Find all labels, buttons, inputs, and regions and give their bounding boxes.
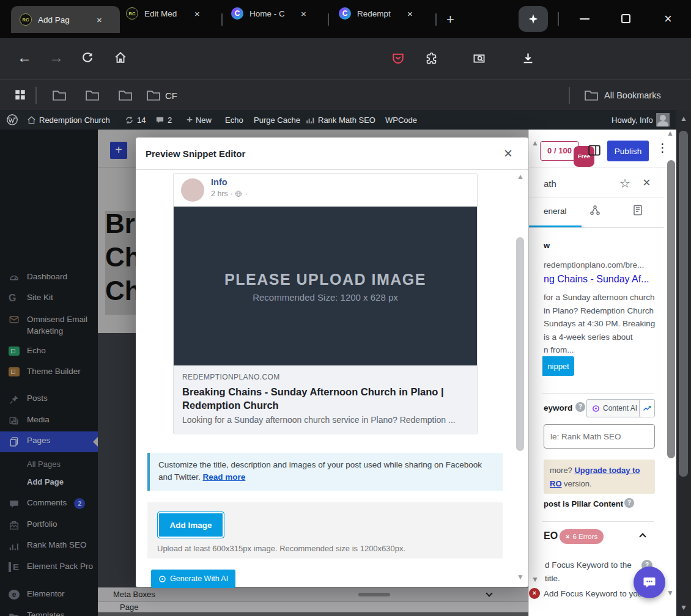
- sidebar-item-dashboard[interactable]: Dashboard: [0, 272, 98, 284]
- tab-close-icon[interactable]: ×: [301, 9, 306, 19]
- view-settings-icon[interactable]: [588, 144, 601, 157]
- minimize-button[interactable]: [580, 18, 589, 20]
- sidebar-item-portfolio[interactable]: Portfolio: [0, 519, 98, 531]
- sidebar-item-echo[interactable]: Echo: [0, 346, 98, 356]
- upgrade-link[interactable]: RO: [550, 479, 562, 488]
- seo-error-item: × Add Focus Keyword to your: [529, 588, 645, 599]
- purge-cache-menu[interactable]: Purge Cache: [254, 110, 300, 130]
- placeholder-subtitle: Recommended Size: 1200 x 628 px: [174, 292, 477, 302]
- help-icon[interactable]: ?: [624, 498, 634, 508]
- panel-star-icon[interactable]: ☆: [619, 176, 630, 191]
- collapse-chevron-icon[interactable]: [639, 533, 646, 540]
- add-image-button[interactable]: Add Image: [157, 512, 224, 538]
- modal-scroll-up-icon[interactable]: ▲: [517, 173, 524, 180]
- new-tab-button[interactable]: +: [446, 12, 454, 28]
- scroll-up-icon[interactable]: ▲: [531, 139, 539, 147]
- scrollbar-up-icon[interactable]: ▲: [680, 115, 687, 122]
- tab-edit-media[interactable]: RC Edit Med ×: [126, 7, 215, 20]
- options-kebab-icon[interactable]: ⋮: [657, 141, 668, 155]
- meta-boxes-bar[interactable]: Meta Boxes: [98, 587, 528, 601]
- tab-close-icon[interactable]: ×: [194, 9, 200, 19]
- seo-score-chip[interactable]: 0 / 100 Free: [540, 141, 579, 161]
- sidebar-item-comments[interactable]: Comments 2: [0, 498, 98, 510]
- browser-ai-button[interactable]: [519, 6, 548, 32]
- read-more-link[interactable]: Read more: [203, 472, 246, 482]
- site-menu[interactable]: Redemption Church: [27, 110, 110, 130]
- all-bookmarks-button[interactable]: All Bookmarks: [585, 90, 661, 101]
- tab-redemption[interactable]: C Redempt ×: [339, 7, 428, 20]
- new-content-menu[interactable]: + New: [187, 110, 212, 130]
- tab-general-fragment[interactable]: eneral: [544, 207, 567, 216]
- tab-close-icon[interactable]: ×: [97, 15, 102, 25]
- modal-scroll-down-icon[interactable]: ▼: [517, 573, 524, 581]
- downloads-icon[interactable]: [521, 51, 535, 65]
- panel-scrollbar-thumb[interactable]: [667, 160, 675, 458]
- basic-seo-heading-fragment: EO: [544, 530, 558, 541]
- forward-button[interactable]: →: [49, 49, 64, 66]
- back-button[interactable]: ←: [17, 49, 32, 66]
- sidebar-item-rank-math[interactable]: Rank Math SEO: [0, 540, 98, 552]
- chat-widget-button[interactable]: [634, 566, 665, 598]
- x-icon: ×: [566, 533, 569, 540]
- maximize-button[interactable]: [621, 14, 630, 23]
- apps-grid-icon[interactable]: [13, 88, 27, 101]
- publish-button[interactable]: Publish: [607, 141, 649, 161]
- tab-social-icon[interactable]: [589, 204, 601, 216]
- wp-logo-menu[interactable]: [6, 110, 18, 130]
- focus-keyword-input[interactable]: [544, 424, 655, 449]
- home-button[interactable]: [114, 51, 127, 64]
- tab-close-icon[interactable]: ×: [407, 9, 413, 19]
- window-close-button[interactable]: ×: [664, 11, 672, 27]
- add-block-button[interactable]: +: [110, 142, 127, 159]
- panel-scroll-down-icon[interactable]: ▼: [667, 589, 674, 596]
- media-icon: [9, 416, 20, 427]
- sidebar-item-element-pack[interactable]: E Element Pack Pro: [0, 562, 98, 572]
- extensions-puzzle-icon[interactable]: [424, 51, 438, 65]
- sidebar-subitem-add-page[interactable]: Add Page: [27, 477, 64, 486]
- modal-close-icon[interactable]: ×: [504, 145, 512, 162]
- screen-search-icon[interactable]: [472, 52, 486, 66]
- help-icon[interactable]: ?: [575, 402, 585, 412]
- pocket-extension-icon[interactable]: [391, 52, 405, 65]
- wpcode-menu[interactable]: WPCode: [385, 110, 417, 130]
- content-ai-button[interactable]: Content AI: [586, 399, 643, 417]
- trends-button[interactable]: [639, 399, 655, 417]
- sidebar-item-templates[interactable]: Templates: [0, 610, 98, 616]
- scrollbar-down-icon[interactable]: ▼: [680, 604, 687, 611]
- sidebar-item-pages[interactable]: Pages: [0, 436, 98, 447]
- sidebar-item-site-kit[interactable]: G Site Kit: [0, 293, 98, 303]
- panel-scroll-up-icon[interactable]: ▲: [667, 130, 674, 137]
- snippet-title-link[interactable]: ng Chains - Sunday Af...: [544, 274, 649, 285]
- my-account-menu[interactable]: Howdy, Info: [612, 110, 670, 130]
- sidebar-item-omnisend[interactable]: Omnisend Email Marketing: [0, 314, 98, 337]
- generate-with-ai-button[interactable]: Generate With AI: [151, 570, 235, 588]
- echo-menu[interactable]: Echo: [225, 110, 243, 130]
- tab-add-page[interactable]: RC Add Pag ×: [11, 6, 120, 33]
- tab-home[interactable]: C Home - C ×: [231, 7, 320, 20]
- sidebar-item-elementor[interactable]: e Elementor: [0, 589, 98, 600]
- browser-scrollbar[interactable]: ▲ ▼: [676, 110, 691, 616]
- upgrade-link[interactable]: Upgrade today to: [574, 466, 640, 475]
- sidebar-item-posts[interactable]: Posts: [0, 394, 98, 405]
- folder-icon[interactable]: [86, 90, 99, 101]
- panel-close-icon[interactable]: ×: [643, 175, 651, 191]
- scroll-down-icon[interactable]: ▼: [531, 576, 539, 583]
- folder-icon[interactable]: [119, 90, 132, 101]
- edit-snippet-button[interactable]: nippet: [542, 356, 574, 376]
- folder-icon[interactable]: [53, 90, 66, 101]
- tab-strip: RC Add Pag × RC Edit Med × C Home - C × …: [0, 0, 691, 38]
- tab-schema-icon[interactable]: [632, 204, 644, 216]
- metabox-drag-handle[interactable]: [358, 593, 390, 596]
- page-tab-bar[interactable]: Page: [98, 601, 528, 612]
- comments-menu[interactable]: 2: [155, 110, 172, 130]
- rankmath-menu[interactable]: Rank Math SEO: [306, 110, 375, 130]
- modal-scrollbar-thumb[interactable]: [516, 237, 524, 451]
- scrollbar-thumb[interactable]: [679, 131, 688, 477]
- updates-menu[interactable]: 14: [125, 110, 146, 130]
- sidebar-subitem-all-pages[interactable]: All Pages: [27, 460, 61, 469]
- metabox-collapse-chevron-icon[interactable]: [486, 590, 492, 596]
- sidebar-item-media[interactable]: Media: [0, 415, 98, 427]
- reload-button[interactable]: [81, 51, 94, 65]
- bookmark-folder-cf[interactable]: CF: [147, 90, 177, 101]
- sidebar-item-theme-builder[interactable]: Theme Builder: [0, 367, 98, 376]
